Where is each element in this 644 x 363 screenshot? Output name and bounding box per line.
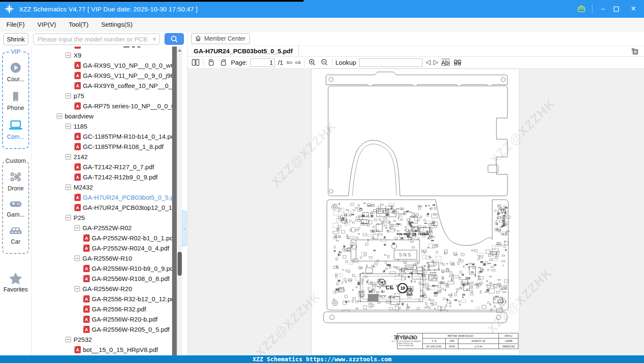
tree-item-label: GA-P2552W-R024_0_4.pdf <box>92 245 169 252</box>
briefcase-icon[interactable] <box>577 4 586 14</box>
page-number-input[interactable] <box>250 58 275 67</box>
collapse-expander-icon[interactable] <box>66 215 71 220</box>
match-case-icon[interactable]: Abi <box>441 59 450 66</box>
tree-item-label: M2432 <box>74 184 93 191</box>
zoom-out-icon[interactable] <box>320 58 329 67</box>
panel-scrollbar-thumb[interactable] <box>178 252 182 276</box>
menu-tool[interactable]: Tool(T) <box>63 21 95 28</box>
sidebar-item-phone[interactable]: Phone <box>7 90 24 111</box>
pane-divider <box>187 31 188 355</box>
tree-item[interactable]: GA-P2552W-R02 <box>32 223 187 233</box>
model-search-input[interactable] <box>33 33 160 45</box>
zoom-in-icon[interactable] <box>307 58 317 67</box>
two-page-view-icon[interactable] <box>191 58 200 67</box>
tree-item[interactable]: GC-1185TPM-R108_1_8.pdf <box>32 141 187 151</box>
menu-vip[interactable]: VIP(V) <box>31 21 62 28</box>
tree-item[interactable]: GA-T2142-R12b9_0_9.pdf <box>32 172 187 182</box>
rotate-left-icon[interactable] <box>206 58 216 67</box>
collapse-expander-icon[interactable] <box>74 286 80 292</box>
chevron-down-icon[interactable]: ∨ <box>153 36 156 42</box>
pdf-file-icon <box>74 72 81 79</box>
shrink-button[interactable]: Shrink <box>3 33 28 45</box>
collapse-expander-icon[interactable] <box>74 256 80 261</box>
titleblock-fax: FAX:(02)8912-4005 <box>398 345 413 346</box>
next-page-icon[interactable]: ⇨ <box>295 59 301 66</box>
svg-text:SNS: SNS <box>399 252 412 257</box>
pdf-file-icon <box>74 102 81 110</box>
panel-collapse-handle[interactable]: ‹ <box>181 211 188 246</box>
tree-item[interactable]: GA-H7UR24_PCB03bot5_0_5.pdf <box>32 192 187 202</box>
titleblock-layer-label: LAYER <box>499 333 518 338</box>
menu-settings[interactable]: Settings(S) <box>95 21 139 28</box>
tree-item[interactable]: P25 <box>32 212 187 223</box>
tree-item[interactable]: GA-RX9S_V11_NP__0_9_0_j96x3 <box>32 70 187 80</box>
close-button[interactable]: ✕ <box>629 6 638 12</box>
tree-item[interactable]: GA-P2552W-R02-b1_0_1.pdf <box>32 233 187 243</box>
find-next-icon[interactable]: ▷ <box>433 59 438 66</box>
pdf-file-icon <box>74 82 81 89</box>
tree-item[interactable]: GA-R2556-R32-b12_0_12.pdf <box>32 294 187 304</box>
tree-item[interactable]: GA-RX9S_V10_NP__0_0_0_wOXI <box>32 60 187 70</box>
tree-item[interactable]: P2532 <box>32 334 187 344</box>
collapse-expander-icon[interactable] <box>74 225 80 231</box>
previous-page-icon[interactable]: ⇦ <box>286 59 292 66</box>
collapse-expander-icon[interactable] <box>66 154 71 160</box>
tree-item[interactable]: GA-RX9Y8_coffee_10_NP__0_1_ <box>32 80 187 91</box>
menu-file[interactable]: File(F) <box>0 21 31 28</box>
collapse-expander-icon[interactable] <box>66 337 71 342</box>
sidebar-item-courses[interactable]: Cour... <box>7 61 24 82</box>
tree-item[interactable]: 2142 <box>32 151 187 162</box>
tree-item[interactable]: GA-H7UR24_PCB03top12_0_12.p <box>32 202 187 212</box>
sidebar-item-game[interactable]: Gam... <box>7 199 25 218</box>
tree-item[interactable]: GA-R2556W-R20 <box>32 283 187 294</box>
sidebar-item-computer[interactable]: Com... <box>7 119 24 140</box>
tab-active-pdf[interactable]: GA-H7UR24_PCB03bot5_0_5.pdf <box>188 46 299 56</box>
close-tab-icon[interactable] <box>631 47 639 55</box>
tree-item[interactable]: GA-R2556W-R10-b9_0_9.pdf <box>32 263 187 273</box>
search-button[interactable] <box>164 33 184 45</box>
page-total: /1 <box>278 59 283 66</box>
tree-item[interactable]: bot__15_0_15_HRpV8.pdf <box>32 344 187 355</box>
tree-item-label: 1185 <box>74 123 87 130</box>
collapse-expander-icon[interactable] <box>66 124 71 129</box>
tree-item[interactable]: GC-1185TPM-R10-b14_0_14.pdf <box>32 131 187 141</box>
collapse-expander-icon[interactable] <box>66 93 71 99</box>
maximize-button[interactable] <box>614 6 623 12</box>
tree-item[interactable]: GA-R2556W-R108_0_8.pdf <box>32 273 187 283</box>
tree-item[interactable]: M2432 <box>32 182 187 192</box>
tree-item[interactable]: GA-T2142-R127_0_7.pdf <box>32 162 187 172</box>
lookup-input[interactable] <box>359 58 422 67</box>
tree-item[interactable]: 1185 <box>32 121 187 131</box>
rotate-right-icon[interactable] <box>219 58 228 67</box>
tree-item[interactable]: p75 <box>32 91 187 101</box>
tree-item[interactable]: GA-R2556W-R10 <box>32 253 187 263</box>
tree-item[interactable]: GA-R2556W-R20-b.pdf <box>32 314 187 324</box>
vip-group: VIP Cour... Phone <box>2 52 29 149</box>
tree-item[interactable] <box>32 47 187 50</box>
tree-item[interactable]: GA-R2556W-R205_0_5.pdf <box>32 324 187 334</box>
minimize-button[interactable]: – <box>598 6 608 12</box>
collapse-expander-icon[interactable] <box>66 184 71 190</box>
sidebar-item-favorites[interactable]: Favorites <box>3 272 28 293</box>
pdf-viewer-canvas[interactable]: SNS D33006 PCB-MADE IN TAIWAN N CE 10 <box>188 69 644 355</box>
tree-item[interactable]: GA-RP75 series-10_NP__0_0_0_ <box>32 101 187 111</box>
tree-item[interactable]: boardview <box>32 111 187 121</box>
tree-item[interactable]: X9 <box>32 50 187 60</box>
collapse-expander-icon[interactable] <box>57 113 62 119</box>
titlebar-separator <box>592 5 592 13</box>
tree-item[interactable]: GA-R2556-R32.pdf <box>32 304 187 314</box>
tree-scrollbar[interactable] <box>172 47 177 355</box>
scroll-up-arrow-icon[interactable] <box>178 49 182 52</box>
find-previous-icon[interactable]: ◁ <box>425 59 430 66</box>
panel-scrollbar-track[interactable] <box>177 47 182 355</box>
titleblock-model-label: MODEL <box>499 338 518 344</box>
member-center-button[interactable]: Member Center <box>191 33 250 44</box>
binoculars-search-icon[interactable] <box>453 58 462 67</box>
sidebar-item-car[interactable]: Car <box>8 226 23 245</box>
collapse-expander-icon[interactable] <box>66 52 71 58</box>
tree-item[interactable]: GA-P2552W-R024_0_4.pdf <box>32 243 187 253</box>
pdf-page[interactable]: SNS D33006 PCB-MADE IN TAIWAN N CE 10 <box>311 69 519 355</box>
pdf-file-icon <box>83 245 90 252</box>
pdf-file-icon <box>83 275 90 282</box>
sidebar-item-drone[interactable]: Drone <box>8 170 24 192</box>
